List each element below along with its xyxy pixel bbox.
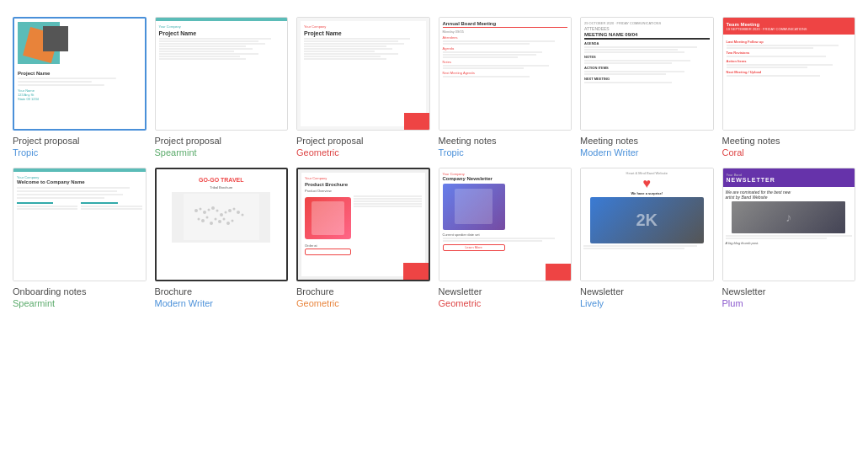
svg-point-20 <box>226 222 230 225</box>
card-meeting-notes-modern-writer[interactable]: 29 OCTOBER 2020 · FRIDAY COMMUNICATIONS … <box>580 17 714 159</box>
card-thumb-project-proposal-spearmint: Your Company Project Name <box>155 17 289 131</box>
card-thumb-newsletter-geometric: Your Company Company Newsletter Current … <box>439 168 572 281</box>
card-brochure-geometric[interactable]: Your Company Product Brochure Product Ov… <box>296 168 430 310</box>
svg-point-5 <box>211 206 215 210</box>
svg-point-13 <box>197 218 200 221</box>
card-style-newsletter-lively: Lively <box>580 297 714 309</box>
template-grid: Project Name Your Name123 Any StState 00… <box>13 17 855 309</box>
svg-point-1 <box>194 209 198 212</box>
svg-point-2 <box>199 208 201 211</box>
card-style-project-proposal-tropic: Tropic <box>13 147 146 158</box>
card-info-project-proposal-spearmint: Project proposal Spearmint <box>155 135 289 159</box>
card-style-newsletter-plum: Plum <box>722 297 856 309</box>
card-style-newsletter-geometric: Geometric <box>439 297 572 309</box>
card-project-proposal-tropic[interactable]: Project Name Your Name123 Any StState 00… <box>13 17 146 159</box>
card-style-meeting-notes-coral: Coral <box>722 147 856 158</box>
card-name-meeting-notes-coral: Meeting notes <box>722 135 856 147</box>
card-name-meeting-notes-tropic: Meeting notes <box>439 135 572 147</box>
card-thumb-brochure-geometric: Your Company Product Brochure Product Ov… <box>296 168 430 281</box>
card-style-meeting-notes-modern-writer: Modern Writer <box>580 147 714 158</box>
card-style-project-proposal-spearmint: Spearmint <box>155 147 289 158</box>
card-thumb-project-proposal-geometric: Your Company Project Name <box>296 17 430 131</box>
card-thumb-newsletter-plum: Your Band NEWSLETTER We are nominated fo… <box>722 168 856 281</box>
svg-point-4 <box>207 209 210 211</box>
card-info-brochure-geometric: Brochure Geometric <box>296 286 430 310</box>
card-style-project-proposal-geometric: Geometric <box>296 147 430 158</box>
card-newsletter-lively[interactable]: Heart & Mind Band Website ♥ We have a su… <box>580 168 714 310</box>
card-info-brochure-modern-writer: Brochure Modern Writer <box>155 286 289 310</box>
svg-point-19 <box>222 218 225 221</box>
card-style-brochure-modern-writer: Modern Writer <box>155 297 289 309</box>
svg-point-7 <box>220 213 223 216</box>
svg-point-15 <box>205 216 208 219</box>
svg-point-12 <box>241 214 243 216</box>
card-name-meeting-notes-modern-writer: Meeting notes <box>580 135 714 147</box>
card-brochure-modern-writer[interactable]: GO-GO TRAVEL Tribal Brochure <box>155 168 289 310</box>
svg-point-10 <box>232 208 235 211</box>
card-name-project-proposal-spearmint: Project proposal <box>155 135 289 147</box>
card-newsletter-geometric[interactable]: Your Company Company Newsletter Current … <box>439 168 572 310</box>
card-thumb-onboarding-notes-spearmint: Your Company Welcome to Company Name <box>13 168 146 281</box>
card-info-project-proposal-geometric: Project proposal Geometric <box>296 135 430 159</box>
card-thumb-newsletter-lively: Heart & Mind Band Website ♥ We have a su… <box>580 168 714 281</box>
card-name-brochure-modern-writer: Brochure <box>155 286 289 297</box>
svg-rect-0 <box>184 194 259 240</box>
card-info-newsletter-lively: Newsletter Lively <box>580 286 714 310</box>
svg-point-14 <box>201 219 205 222</box>
card-info-meeting-notes-tropic: Meeting notes Tropic <box>439 135 572 159</box>
card-newsletter-plum[interactable]: Your Band NEWSLETTER We are nominated fo… <box>722 168 856 310</box>
card-thumb-brochure-modern-writer: GO-GO TRAVEL Tribal Brochure <box>155 168 289 281</box>
card-thumb-meeting-notes-coral: Team Meeting 19 SEPTEMBER 2020 · FRIDAY … <box>722 17 856 131</box>
svg-point-9 <box>228 209 232 212</box>
card-name-brochure-geometric: Brochure <box>296 286 430 297</box>
svg-point-21 <box>231 220 233 222</box>
card-thumb-project-proposal-tropic: Project Name Your Name123 Any StState 00… <box>13 17 146 131</box>
card-project-proposal-geometric[interactable]: Your Company Project Name Project propos… <box>296 17 430 159</box>
card-info-newsletter-geometric: Newsletter Geometric <box>439 286 572 310</box>
card-name-newsletter-plum: Newsletter <box>722 286 856 297</box>
svg-point-18 <box>218 220 221 223</box>
card-name-newsletter-geometric: Newsletter <box>439 286 572 297</box>
card-info-meeting-notes-modern-writer: Meeting notes Modern Writer <box>580 135 714 159</box>
card-meeting-notes-coral[interactable]: Team Meeting 19 SEPTEMBER 2020 · FRIDAY … <box>722 17 856 159</box>
card-name-newsletter-lively: Newsletter <box>580 286 714 297</box>
svg-point-16 <box>210 222 213 225</box>
svg-point-17 <box>214 218 216 221</box>
svg-point-6 <box>216 210 218 212</box>
card-info-newsletter-plum: Newsletter Plum <box>722 286 856 310</box>
card-name-project-proposal-geometric: Project proposal <box>296 135 430 147</box>
svg-point-8 <box>224 211 226 214</box>
card-style-onboarding-notes-spearmint: Spearmint <box>13 297 146 309</box>
card-onboarding-notes-spearmint[interactable]: Your Company Welcome to Company Name <box>13 168 146 310</box>
card-thumb-meeting-notes-modern-writer: 29 OCTOBER 2020 · FRIDAY COMMUNICATIONS … <box>580 17 714 131</box>
svg-point-3 <box>203 211 206 214</box>
card-thumb-meeting-notes-tropic: Annual Board Meeting Monday 09/05 Attend… <box>439 17 572 131</box>
card-style-meeting-notes-tropic: Tropic <box>439 147 572 158</box>
svg-point-11 <box>237 211 240 214</box>
card-name-onboarding-notes-spearmint: Onboarding notes <box>13 286 146 297</box>
card-info-project-proposal-tropic: Project proposal Tropic <box>13 135 146 159</box>
card-style-brochure-geometric: Geometric <box>296 297 430 309</box>
card-info-onboarding-notes-spearmint: Onboarding notes Spearmint <box>13 286 146 310</box>
card-meeting-notes-tropic[interactable]: Annual Board Meeting Monday 09/05 Attend… <box>439 17 572 159</box>
card-name-project-proposal-tropic: Project proposal <box>13 135 146 147</box>
card-project-proposal-spearmint[interactable]: Your Company Project Name Project propos… <box>155 17 289 159</box>
card-info-meeting-notes-coral: Meeting notes Coral <box>722 135 856 159</box>
